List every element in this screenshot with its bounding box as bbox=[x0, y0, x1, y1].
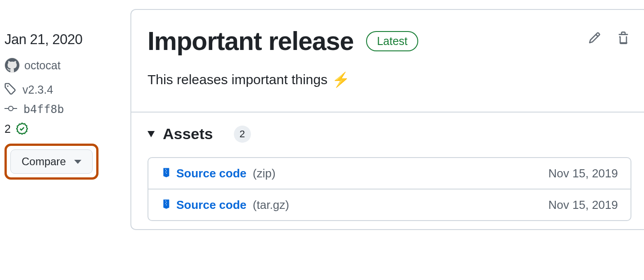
lightning-icon: ⚡ bbox=[332, 71, 350, 88]
zip-icon bbox=[161, 166, 172, 181]
svg-point-1 bbox=[9, 106, 13, 111]
assets-toggle[interactable]: Assets 2 bbox=[148, 125, 631, 143]
asset-date: Nov 15, 2019 bbox=[548, 198, 618, 212]
asset-ext: (tar.gz) bbox=[253, 198, 289, 212]
asset-name: Source code bbox=[176, 167, 246, 181]
release-date: Jan 21, 2020 bbox=[4, 32, 121, 48]
verify-row[interactable]: 2 bbox=[4, 122, 121, 135]
tag-icon bbox=[4, 83, 16, 96]
zip-icon bbox=[161, 198, 172, 212]
release-title: Important release bbox=[148, 26, 353, 56]
description-text: This releases important things bbox=[148, 72, 327, 87]
verified-icon bbox=[15, 122, 29, 135]
author-name: octocat bbox=[24, 59, 61, 72]
assets-heading: Assets bbox=[163, 125, 213, 143]
assets-section: Assets 2 Source code (zip) Nov 15, 2019 bbox=[131, 113, 644, 229]
asset-row[interactable]: Source code (zip) Nov 15, 2019 bbox=[148, 158, 631, 189]
release-description: This releases important things ⚡ bbox=[131, 61, 644, 112]
tag-name: v2.3.4 bbox=[22, 83, 53, 96]
latest-badge: Latest bbox=[366, 31, 418, 51]
release-sidebar: Jan 21, 2020 octocat v2.3.4 bbox=[4, 9, 121, 230]
compare-highlight: Compare bbox=[4, 144, 98, 180]
chevron-down-icon bbox=[74, 160, 81, 164]
compare-button[interactable]: Compare bbox=[10, 149, 93, 174]
commit-row[interactable]: b4ff8b bbox=[4, 103, 121, 116]
commit-sha: b4ff8b bbox=[23, 103, 64, 116]
commit-icon bbox=[4, 104, 17, 115]
assets-list: Source code (zip) Nov 15, 2019 Source co… bbox=[148, 157, 631, 221]
avatar bbox=[4, 58, 20, 73]
pencil-icon bbox=[588, 39, 601, 45]
asset-ext: (zip) bbox=[253, 167, 276, 181]
edit-button[interactable] bbox=[586, 30, 603, 47]
author-row[interactable]: octocat bbox=[4, 58, 121, 73]
delete-button[interactable] bbox=[615, 30, 631, 47]
assets-count: 2 bbox=[234, 126, 251, 143]
asset-name: Source code bbox=[176, 198, 246, 212]
verify-count: 2 bbox=[4, 122, 11, 135]
chevron-down-icon bbox=[148, 131, 155, 137]
asset-date: Nov 15, 2019 bbox=[548, 167, 618, 181]
asset-row[interactable]: Source code (tar.gz) Nov 15, 2019 bbox=[148, 189, 631, 220]
compare-label: Compare bbox=[22, 155, 66, 168]
trash-icon bbox=[617, 39, 630, 45]
tag-row[interactable]: v2.3.4 bbox=[4, 83, 121, 96]
release-panel: Important release Latest bbox=[130, 9, 644, 230]
svg-point-0 bbox=[7, 86, 9, 87]
